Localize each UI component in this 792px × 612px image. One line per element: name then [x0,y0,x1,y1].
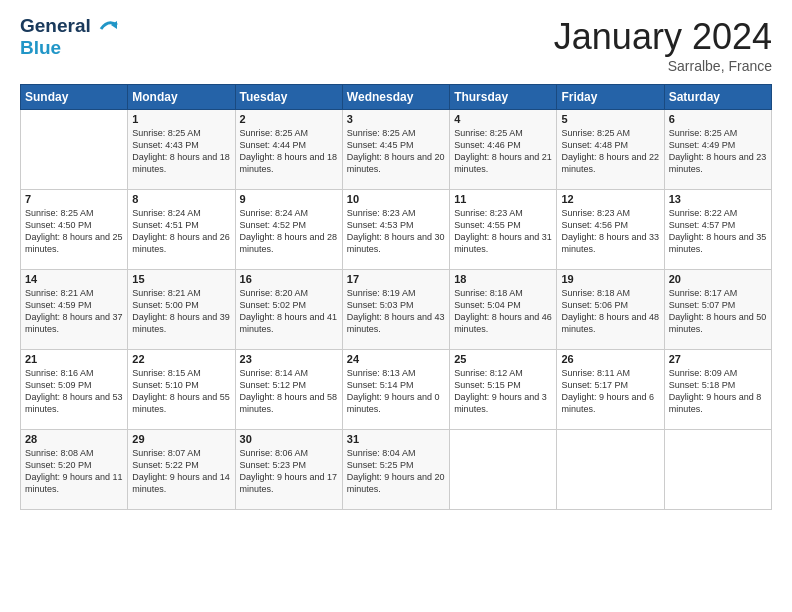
col-header-friday: Friday [557,85,664,110]
col-header-wednesday: Wednesday [342,85,449,110]
day-number: 24 [347,353,445,365]
day-number: 19 [561,273,659,285]
day-number: 21 [25,353,123,365]
day-number: 31 [347,433,445,445]
calendar-cell: 22Sunrise: 8:15 AMSunset: 5:10 PMDayligh… [128,350,235,430]
calendar-cell: 29Sunrise: 8:07 AMSunset: 5:22 PMDayligh… [128,430,235,510]
col-header-thursday: Thursday [450,85,557,110]
cell-info: Sunrise: 8:25 AMSunset: 4:50 PMDaylight:… [25,208,123,254]
day-number: 10 [347,193,445,205]
day-number: 20 [669,273,767,285]
calendar-cell: 11Sunrise: 8:23 AMSunset: 4:55 PMDayligh… [450,190,557,270]
col-header-tuesday: Tuesday [235,85,342,110]
cell-info: Sunrise: 8:25 AMSunset: 4:49 PMDaylight:… [669,128,767,174]
calendar-cell: 20Sunrise: 8:17 AMSunset: 5:07 PMDayligh… [664,270,771,350]
calendar-table: SundayMondayTuesdayWednesdayThursdayFrid… [20,84,772,510]
day-number: 7 [25,193,123,205]
calendar-cell: 10Sunrise: 8:23 AMSunset: 4:53 PMDayligh… [342,190,449,270]
week-row-1: 1Sunrise: 8:25 AMSunset: 4:43 PMDaylight… [21,110,772,190]
calendar-cell: 14Sunrise: 8:21 AMSunset: 4:59 PMDayligh… [21,270,128,350]
cell-info: Sunrise: 8:06 AMSunset: 5:23 PMDaylight:… [240,448,338,494]
day-number: 27 [669,353,767,365]
cell-info: Sunrise: 8:15 AMSunset: 5:10 PMDaylight:… [132,368,230,414]
week-row-5: 28Sunrise: 8:08 AMSunset: 5:20 PMDayligh… [21,430,772,510]
calendar-cell: 31Sunrise: 8:04 AMSunset: 5:25 PMDayligh… [342,430,449,510]
cell-info: Sunrise: 8:09 AMSunset: 5:18 PMDaylight:… [669,368,762,414]
calendar-cell: 9Sunrise: 8:24 AMSunset: 4:52 PMDaylight… [235,190,342,270]
calendar-cell: 3Sunrise: 8:25 AMSunset: 4:45 PMDaylight… [342,110,449,190]
page-container: General Blue January 2024 Sarralbe, Fran… [0,0,792,520]
calendar-cell: 7Sunrise: 8:25 AMSunset: 4:50 PMDaylight… [21,190,128,270]
day-number: 13 [669,193,767,205]
calendar-cell: 23Sunrise: 8:14 AMSunset: 5:12 PMDayligh… [235,350,342,430]
cell-info: Sunrise: 8:18 AMSunset: 5:04 PMDaylight:… [454,288,552,334]
logo: General Blue [20,16,119,59]
logo-text: General [20,16,119,39]
cell-info: Sunrise: 8:25 AMSunset: 4:45 PMDaylight:… [347,128,445,174]
calendar-cell: 18Sunrise: 8:18 AMSunset: 5:04 PMDayligh… [450,270,557,350]
col-header-monday: Monday [128,85,235,110]
cell-info: Sunrise: 8:25 AMSunset: 4:48 PMDaylight:… [561,128,659,174]
cell-info: Sunrise: 8:17 AMSunset: 5:07 PMDaylight:… [669,288,767,334]
week-row-4: 21Sunrise: 8:16 AMSunset: 5:09 PMDayligh… [21,350,772,430]
day-number: 14 [25,273,123,285]
cell-info: Sunrise: 8:23 AMSunset: 4:56 PMDaylight:… [561,208,659,254]
calendar-cell: 26Sunrise: 8:11 AMSunset: 5:17 PMDayligh… [557,350,664,430]
cell-info: Sunrise: 8:18 AMSunset: 5:06 PMDaylight:… [561,288,659,334]
cell-info: Sunrise: 8:25 AMSunset: 4:44 PMDaylight:… [240,128,338,174]
calendar-cell: 1Sunrise: 8:25 AMSunset: 4:43 PMDaylight… [128,110,235,190]
cell-info: Sunrise: 8:07 AMSunset: 5:22 PMDaylight:… [132,448,230,494]
day-number: 18 [454,273,552,285]
cell-info: Sunrise: 8:21 AMSunset: 5:00 PMDaylight:… [132,288,230,334]
calendar-cell: 8Sunrise: 8:24 AMSunset: 4:51 PMDaylight… [128,190,235,270]
day-number: 1 [132,113,230,125]
cell-info: Sunrise: 8:23 AMSunset: 4:53 PMDaylight:… [347,208,445,254]
week-row-2: 7Sunrise: 8:25 AMSunset: 4:50 PMDaylight… [21,190,772,270]
calendar-cell: 2Sunrise: 8:25 AMSunset: 4:44 PMDaylight… [235,110,342,190]
cell-info: Sunrise: 8:25 AMSunset: 4:46 PMDaylight:… [454,128,552,174]
calendar-cell: 4Sunrise: 8:25 AMSunset: 4:46 PMDaylight… [450,110,557,190]
cell-info: Sunrise: 8:24 AMSunset: 4:52 PMDaylight:… [240,208,338,254]
cell-info: Sunrise: 8:04 AMSunset: 5:25 PMDaylight:… [347,448,445,494]
month-title: January 2024 [554,16,772,58]
calendar-cell: 5Sunrise: 8:25 AMSunset: 4:48 PMDaylight… [557,110,664,190]
cell-info: Sunrise: 8:24 AMSunset: 4:51 PMDaylight:… [132,208,230,254]
day-number: 4 [454,113,552,125]
day-number: 2 [240,113,338,125]
cell-info: Sunrise: 8:16 AMSunset: 5:09 PMDaylight:… [25,368,123,414]
cell-info: Sunrise: 8:12 AMSunset: 5:15 PMDaylight:… [454,368,547,414]
cell-info: Sunrise: 8:23 AMSunset: 4:55 PMDaylight:… [454,208,552,254]
location-label: Sarralbe, France [554,58,772,74]
day-number: 28 [25,433,123,445]
calendar-cell: 24Sunrise: 8:13 AMSunset: 5:14 PMDayligh… [342,350,449,430]
day-number: 5 [561,113,659,125]
calendar-cell: 30Sunrise: 8:06 AMSunset: 5:23 PMDayligh… [235,430,342,510]
cell-info: Sunrise: 8:25 AMSunset: 4:43 PMDaylight:… [132,128,230,174]
week-row-3: 14Sunrise: 8:21 AMSunset: 4:59 PMDayligh… [21,270,772,350]
calendar-cell: 19Sunrise: 8:18 AMSunset: 5:06 PMDayligh… [557,270,664,350]
cell-info: Sunrise: 8:21 AMSunset: 4:59 PMDaylight:… [25,288,123,334]
day-number: 15 [132,273,230,285]
day-number: 25 [454,353,552,365]
header: General Blue January 2024 Sarralbe, Fran… [20,16,772,74]
calendar-cell [450,430,557,510]
cell-info: Sunrise: 8:19 AMSunset: 5:03 PMDaylight:… [347,288,445,334]
calendar-cell: 17Sunrise: 8:19 AMSunset: 5:03 PMDayligh… [342,270,449,350]
calendar-cell: 12Sunrise: 8:23 AMSunset: 4:56 PMDayligh… [557,190,664,270]
day-number: 30 [240,433,338,445]
calendar-cell: 15Sunrise: 8:21 AMSunset: 5:00 PMDayligh… [128,270,235,350]
day-number: 12 [561,193,659,205]
day-number: 8 [132,193,230,205]
calendar-cell [664,430,771,510]
day-number: 11 [454,193,552,205]
day-number: 23 [240,353,338,365]
day-number: 3 [347,113,445,125]
cell-info: Sunrise: 8:08 AMSunset: 5:20 PMDaylight:… [25,448,123,494]
calendar-cell [557,430,664,510]
day-number: 6 [669,113,767,125]
calendar-cell: 27Sunrise: 8:09 AMSunset: 5:18 PMDayligh… [664,350,771,430]
calendar-cell: 21Sunrise: 8:16 AMSunset: 5:09 PMDayligh… [21,350,128,430]
cell-info: Sunrise: 8:13 AMSunset: 5:14 PMDaylight:… [347,368,440,414]
cell-info: Sunrise: 8:14 AMSunset: 5:12 PMDaylight:… [240,368,338,414]
calendar-cell: 25Sunrise: 8:12 AMSunset: 5:15 PMDayligh… [450,350,557,430]
